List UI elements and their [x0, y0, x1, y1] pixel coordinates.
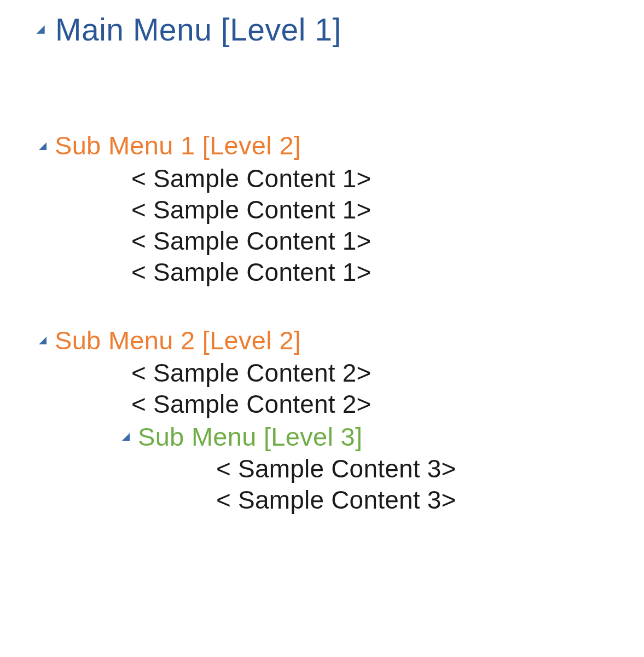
content-row: < Sample Content 2> [0, 358, 644, 388]
heading-level-2-row-sub1: Sub Menu 1 [Level 2] [0, 130, 644, 161]
heading-level-3-text: Sub Menu [Level 3] [138, 422, 362, 452]
content-text: < Sample Content 2> [131, 358, 372, 388]
heading-level-2-row-sub2: Sub Menu 2 [Level 2] [0, 325, 644, 356]
heading-level-2-text: Sub Menu 1 [Level 2] [55, 130, 301, 161]
content-text: < Sample Content 2> [131, 389, 372, 419]
heading-level-3-row: Sub Menu [Level 3] [0, 422, 644, 452]
svg-marker-2 [39, 337, 47, 344]
heading-level-2-text: Sub Menu 2 [Level 2] [55, 325, 301, 356]
content-row: < Sample Content 1> [0, 226, 644, 256]
heading-level-1-row: Main Menu [Level 1] [0, 11, 644, 48]
heading-level-1-text: Main Menu [Level 1] [55, 11, 341, 48]
content-row: < Sample Content 3> [0, 485, 644, 515]
content-text: < Sample Content 3> [216, 485, 456, 515]
content-row: < Sample Content 1> [0, 195, 644, 225]
collapse-triangle-icon[interactable] [37, 335, 48, 346]
collapse-triangle-icon[interactable] [37, 141, 48, 152]
content-text: < Sample Content 3> [216, 454, 456, 484]
content-text: < Sample Content 1> [131, 257, 372, 287]
svg-marker-1 [39, 142, 47, 150]
svg-marker-0 [36, 25, 44, 33]
content-text: < Sample Content 1> [131, 226, 372, 256]
content-row: < Sample Content 1> [0, 164, 644, 194]
svg-marker-3 [122, 433, 130, 441]
collapse-triangle-icon[interactable] [120, 431, 131, 442]
content-row: < Sample Content 2> [0, 389, 644, 419]
content-text: < Sample Content 1> [131, 195, 372, 225]
content-row: < Sample Content 1> [0, 257, 644, 287]
content-row: < Sample Content 3> [0, 454, 644, 484]
collapse-triangle-icon[interactable] [34, 24, 47, 36]
content-text: < Sample Content 1> [131, 164, 372, 194]
